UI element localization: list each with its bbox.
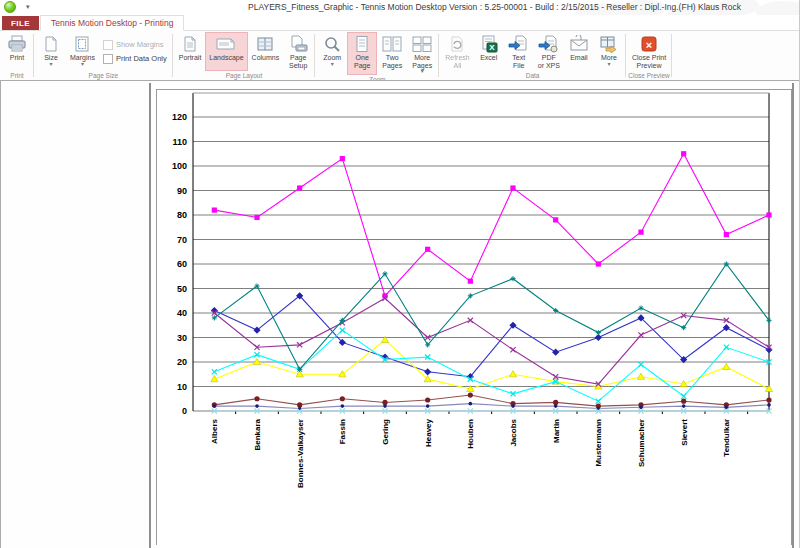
dropdown-arrow-icon[interactable]: ▾ xyxy=(49,62,52,67)
two-pages-icon xyxy=(381,35,403,53)
email-icon xyxy=(569,35,589,53)
ribbon-group-buttons: Zoom▾One PageTwo PagesMore Pages▾ xyxy=(317,32,437,75)
dropdown-arrow-icon[interactable]: ▾ xyxy=(331,62,334,67)
data-more-icon xyxy=(598,35,620,53)
one-page-icon xyxy=(352,35,372,53)
checkbox-label: Print Data Only xyxy=(116,54,167,63)
size-button[interactable]: Size▾ xyxy=(36,32,66,71)
text-file-icon xyxy=(508,35,530,53)
landscape-icon xyxy=(215,35,237,53)
one-page-button[interactable]: One Page xyxy=(347,32,377,75)
tab-printing[interactable]: Tennis Motion Desktop - Printing xyxy=(40,15,184,31)
refresh-all-button: Refresh All xyxy=(441,32,474,71)
data-point-slate xyxy=(682,404,686,408)
svg-text:X: X xyxy=(489,43,495,52)
data-point-teal xyxy=(596,330,601,335)
checkbox-label: Show Margins xyxy=(116,40,164,49)
landscape-button[interactable]: Landscape xyxy=(205,32,247,71)
data-point-cyan xyxy=(724,345,729,350)
button-label: Two Pages xyxy=(382,54,402,69)
data-point-dark-red xyxy=(382,400,387,405)
button-label: Refresh All xyxy=(445,54,470,69)
portrait-icon xyxy=(180,35,200,53)
page-setup-button[interactable]: Page Setup xyxy=(283,32,313,71)
ribbon-group-print: PrintPrint xyxy=(0,31,34,80)
data-point-cyan xyxy=(212,369,217,374)
more-pages-button[interactable]: More Pages▾ xyxy=(407,32,437,75)
dropdown-arrow-icon[interactable]: ▾ xyxy=(81,62,84,67)
button-label: Portrait xyxy=(179,54,202,62)
y-axis-tick-label: 40 xyxy=(177,308,187,318)
y-axis-tick-label: 60 xyxy=(177,259,187,269)
x-axis-category-label: Heavey xyxy=(424,418,433,447)
data-point-plum xyxy=(510,347,515,352)
x-axis-category-label: Houben xyxy=(466,419,475,449)
x-axis-category-label: Bonnes-Valkayser xyxy=(296,419,305,488)
dropdown-arrow-icon[interactable]: ▾ xyxy=(421,69,424,74)
portrait-button[interactable]: Portrait xyxy=(175,32,206,71)
data-point-dark-red xyxy=(553,400,558,405)
email-button[interactable]: Email xyxy=(564,32,594,71)
button-label: Excel xyxy=(480,54,497,62)
button-label: Text File xyxy=(512,54,525,69)
qat-customize-icon[interactable]: ▾ xyxy=(26,4,30,10)
y-axis-tick-label: 50 xyxy=(177,284,187,294)
data-point-plum xyxy=(638,332,643,337)
data-point-blue xyxy=(424,368,431,375)
x-axis-category-label: Benkara xyxy=(253,418,262,450)
pdf-or-xps-button[interactable]: PDF or XPS xyxy=(534,32,564,71)
ribbon: PrintPrintSize▾Margins▾Show MarginsPrint… xyxy=(0,31,799,81)
y-axis-tick-label: 110 xyxy=(172,137,187,147)
app-window: { "window": { "title": "PLAYERS_Fitness_… xyxy=(0,0,800,548)
columns-button[interactable]: Columns xyxy=(248,32,284,71)
close-icon: × xyxy=(639,35,659,53)
zoom-icon xyxy=(322,35,342,53)
excel-button[interactable]: XExcel xyxy=(474,32,504,71)
checkbox-box[interactable] xyxy=(103,54,113,64)
print-preview-area: 0102030405060708090100110120AlbersBenkar… xyxy=(0,80,799,548)
margins-button[interactable]: Margins▾ xyxy=(66,32,99,71)
y-axis-tick-label: 10 xyxy=(177,382,187,392)
data-point-magenta xyxy=(212,208,217,213)
page-size-icon xyxy=(41,35,61,53)
zoom-button[interactable]: Zoom▾ xyxy=(317,32,347,75)
data-point-dark-red xyxy=(766,397,771,402)
file-tab[interactable]: FILE xyxy=(2,16,39,30)
data-point-magenta xyxy=(596,261,601,266)
y-axis-tick-label: 90 xyxy=(177,186,187,196)
close-print-preview-button[interactable]: ×Close Print Preview xyxy=(628,32,670,71)
dropdown-arrow-icon[interactable]: ▾ xyxy=(607,62,610,67)
data-point-slate xyxy=(213,404,217,408)
app-icon[interactable] xyxy=(4,1,16,13)
data-point-dark-red xyxy=(468,392,473,397)
text-file-button[interactable]: Text File xyxy=(504,32,534,71)
ribbon-group-zoom: Zoom▾One PageTwo PagesMore Pages▾Zoom xyxy=(315,31,439,80)
data-point-yellow xyxy=(637,373,644,379)
more-button[interactable]: More▾ xyxy=(594,32,624,71)
ribbon-group-close-preview: ×Close Print PreviewClose Preview xyxy=(626,31,672,80)
button-label: Email xyxy=(570,54,588,62)
data-point-slate xyxy=(341,404,345,408)
data-point-teal xyxy=(638,306,643,311)
print-data-only-checkbox[interactable]: Print Data Only xyxy=(103,54,167,64)
data-point-magenta xyxy=(766,212,771,217)
data-point-slate xyxy=(383,404,387,408)
y-axis-tick-label: 100 xyxy=(172,161,187,171)
y-axis-tick-label: 120 xyxy=(172,112,187,122)
more-pages-icon xyxy=(411,35,433,53)
checkbox-box xyxy=(103,40,113,50)
data-point-yellow xyxy=(509,371,516,377)
ribbon-tab-bar: FILE Tennis Motion Desktop - Printing xyxy=(0,15,799,31)
data-point-magenta xyxy=(297,185,302,190)
ribbon-group-buttons: Refresh AllXExcelText FilePDF or XPSEmai… xyxy=(441,32,624,71)
ribbon-group-buttons: Print xyxy=(2,32,32,71)
print-button[interactable]: Print xyxy=(2,32,32,71)
data-point-magenta xyxy=(638,230,643,235)
ribbon-group-label: Print xyxy=(2,71,32,80)
two-pages-button[interactable]: Two Pages xyxy=(377,32,407,75)
data-point-cyan xyxy=(638,362,643,367)
x-axis-category-label: Schumacher xyxy=(637,419,646,467)
data-point-slate xyxy=(725,406,729,410)
ribbon-group-page-size: Size▾Margins▾Show MarginsPrint Data Only… xyxy=(34,31,173,80)
data-point-slate xyxy=(426,404,430,408)
